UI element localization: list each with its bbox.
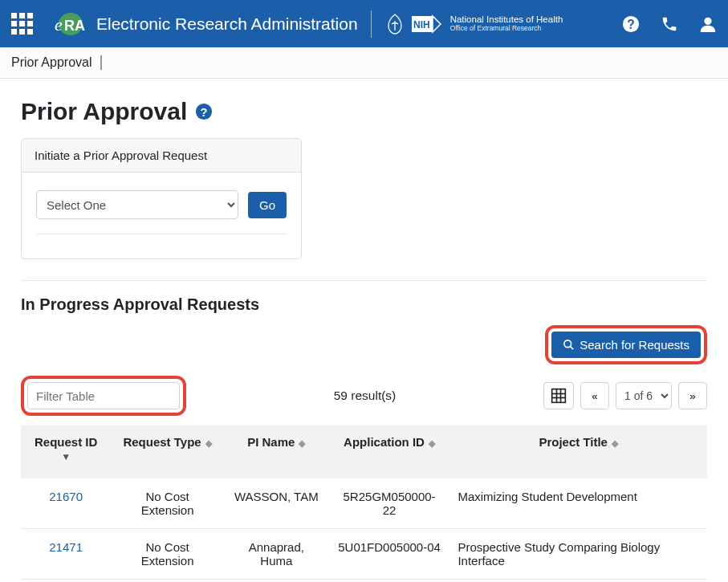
page-title: Prior Approval ? bbox=[21, 98, 707, 125]
go-button[interactable]: Go bbox=[248, 192, 287, 218]
user-icon[interactable] bbox=[699, 15, 717, 33]
svg-text:RA: RA bbox=[64, 18, 85, 34]
cell-request-type: No Cost Extension bbox=[111, 478, 224, 529]
results-count: 59 result(s) bbox=[196, 389, 534, 403]
filter-highlight bbox=[21, 376, 186, 416]
request-type-select[interactable]: Select One bbox=[36, 190, 238, 219]
sort-icon: ◆ bbox=[296, 438, 305, 448]
help-circle-icon[interactable]: ? bbox=[195, 103, 213, 120]
cell-request-id: 21670 bbox=[21, 478, 111, 529]
cell-application-id: 5T32GM100000-02 bbox=[329, 580, 450, 583]
cell-project-title: Maximizing Student Development bbox=[449, 478, 707, 529]
cell-project-title: Chemistry Training Program bbox=[449, 580, 707, 583]
sort-icon: ◆ bbox=[203, 438, 212, 448]
svg-point-7 bbox=[704, 17, 711, 24]
initiate-card-header: Initiate a Prior Approval Request bbox=[22, 139, 301, 173]
svg-text:NIH: NIH bbox=[413, 19, 430, 31]
sort-icon: ◆ bbox=[426, 438, 435, 448]
svg-line-11 bbox=[571, 346, 574, 349]
breadcrumb: Prior Approval bbox=[0, 47, 728, 79]
request-id-link[interactable]: 21670 bbox=[49, 490, 83, 503]
col-project-title[interactable]: Project Title ◆ bbox=[449, 425, 707, 478]
divider bbox=[36, 234, 287, 234]
col-pi-name[interactable]: PI Name ◆ bbox=[224, 425, 329, 478]
cell-request-id: 21471 bbox=[21, 529, 111, 580]
phone-icon[interactable] bbox=[661, 15, 678, 33]
sort-desc-icon: ▼ bbox=[61, 451, 71, 462]
apps-grid-icon[interactable] bbox=[11, 11, 37, 37]
cell-pi-name: Annaprad, Huma bbox=[224, 529, 329, 580]
divider bbox=[371, 10, 372, 38]
sort-icon: ◆ bbox=[609, 438, 618, 448]
in-progress-heading: In Progress Approval Requests bbox=[21, 295, 707, 314]
cell-pi-name: WASSON, TAM bbox=[224, 478, 329, 529]
help-icon[interactable]: ? bbox=[622, 15, 640, 33]
page-select[interactable]: 1 of 6 bbox=[616, 382, 672, 409]
cell-application-id: 5U01FD005000-04 bbox=[329, 529, 450, 580]
cell-request-id: 21330 bbox=[21, 580, 111, 583]
col-request-id[interactable]: Request ID ▼ bbox=[21, 425, 111, 478]
nih-subtitle: Office of Extramural Research bbox=[450, 25, 563, 33]
cell-request-type: Change Of PI bbox=[111, 580, 224, 583]
grid-view-button[interactable] bbox=[543, 382, 574, 409]
col-request-type[interactable]: Request Type ◆ bbox=[111, 425, 224, 478]
top-navbar: e RA Electronic Research Administration … bbox=[0, 0, 728, 47]
next-page-button[interactable]: » bbox=[678, 382, 707, 409]
breadcrumb-item: Prior Approval bbox=[11, 55, 102, 70]
svg-rect-12 bbox=[552, 389, 566, 403]
table-row: 21670No Cost ExtensionWASSON, TAM5R25GM0… bbox=[21, 478, 707, 529]
table-row: 21471No Cost ExtensionAnnaprad, Huma5U01… bbox=[21, 529, 707, 580]
initiate-card: Initiate a Prior Approval Request Select… bbox=[21, 138, 302, 259]
prev-page-button[interactable]: « bbox=[580, 382, 609, 409]
svg-point-10 bbox=[564, 340, 571, 348]
cell-project-title: Prospective Study Comparing Biology Inte… bbox=[449, 529, 707, 580]
era-logo: e RA bbox=[51, 8, 87, 40]
section-divider bbox=[21, 280, 707, 281]
request-id-link[interactable]: 21471 bbox=[49, 540, 83, 554]
hhs-icon bbox=[384, 13, 405, 35]
search-highlight: Search for Requests bbox=[545, 325, 707, 364]
search-icon bbox=[563, 339, 575, 351]
cell-application-id: 5R25GM050000-22 bbox=[329, 478, 450, 529]
app-title: Electronic Research Administration bbox=[96, 14, 358, 34]
nih-logo-group: NIH National Institutes of Health Office… bbox=[384, 13, 563, 35]
svg-text:e: e bbox=[55, 14, 63, 35]
svg-text:?: ? bbox=[627, 17, 635, 31]
cell-request-type: No Cost Extension bbox=[111, 529, 224, 580]
col-application-id[interactable]: Application ID ◆ bbox=[329, 425, 450, 478]
svg-text:?: ? bbox=[201, 106, 208, 119]
nih-icon: NIH bbox=[412, 14, 444, 35]
filter-table-input[interactable] bbox=[27, 382, 180, 409]
requests-table: Request ID ▼ Request Type ◆ PI Name ◆ Ap… bbox=[21, 425, 707, 582]
pager: « 1 of 6 » bbox=[543, 382, 707, 409]
table-row: 21330Change Of PIDayn, Heathe5T32GM10000… bbox=[21, 580, 707, 583]
search-for-requests-button[interactable]: Search for Requests bbox=[551, 332, 701, 358]
cell-pi-name: Dayn, Heathe bbox=[224, 580, 329, 583]
